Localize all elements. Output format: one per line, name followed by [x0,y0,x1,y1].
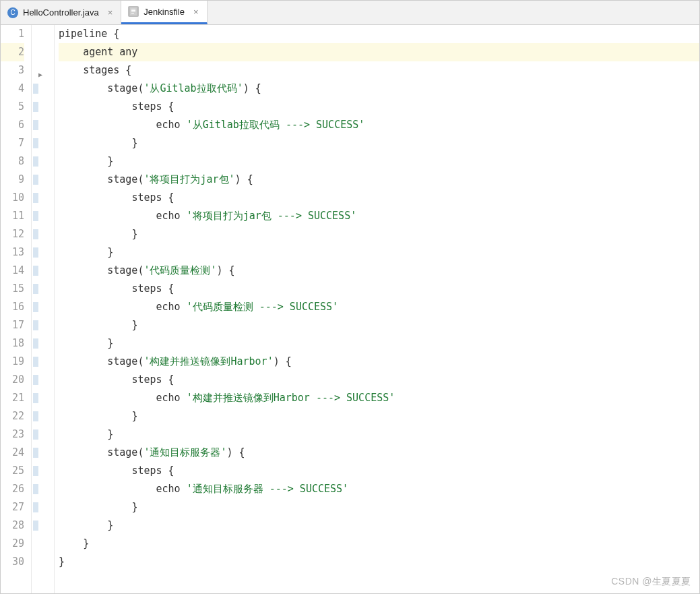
line-number: 19 [1,353,24,371]
fold-marker[interactable] [33,138,38,148]
line-number: 13 [1,243,24,262]
fold-marker[interactable] [33,466,38,476]
fold-marker[interactable] [33,357,38,367]
fold-marker[interactable] [33,175,38,185]
line-number: 12 [1,225,24,243]
line-number: 6 [1,116,24,134]
line-number: 1 [1,25,24,43]
fold-marker[interactable] [33,229,38,239]
fold-marker[interactable] [33,393,38,403]
fold-marker[interactable] [33,102,38,112]
line-number: 30 [1,553,24,571]
editor-tabs-bar: C HelloController.java × Jenkinsfile × [1,1,699,25]
line-number: 8 [1,152,24,171]
code-line[interactable]: echo '将项目打为jar包 ---> SUCCESS' [59,207,699,225]
svg-rect-3 [131,11,135,12]
line-number: 24 [1,444,24,462]
java-class-icon: C [7,7,18,18]
code-line[interactable]: } [59,134,699,152]
fold-marker[interactable] [33,84,38,94]
code-line[interactable]: stage('代码质量检测') { [59,262,699,280]
line-number: 14 [1,262,24,280]
fold-marker[interactable] [33,120,38,130]
code-line[interactable]: steps { [59,98,699,116]
tab-hellocontroller[interactable]: C HelloController.java × [1,1,121,24]
code-line[interactable]: stage('构建并推送镜像到Harbor') { [59,353,699,371]
fold-marker[interactable] [33,521,38,531]
code-line[interactable]: agent any [59,43,699,61]
code-line[interactable]: steps { [59,189,699,207]
code-line[interactable]: } [59,152,699,171]
fold-marker[interactable] [33,302,38,312]
code-line[interactable]: steps { [59,462,699,480]
code-line[interactable]: } [59,407,699,425]
code-editor: 1234567891011121314151617181920212223242… [1,25,699,593]
code-line[interactable]: } [59,498,699,516]
code-line[interactable]: echo '通知目标服务器 ---> SUCCESS' [59,480,699,498]
line-number: 28 [1,516,24,535]
line-number: 27 [1,498,24,516]
fold-marker[interactable] [33,247,38,258]
code-line[interactable]: echo '代码质量检测 ---> SUCCESS' [59,298,699,316]
fold-marker[interactable] [33,211,38,221]
line-number: 10 [1,189,24,207]
line-number: 22 [1,407,24,425]
line-number: 17 [1,316,24,334]
fold-marker[interactable] [33,338,38,349]
code-line[interactable]: pipeline { [59,25,699,43]
code-line[interactable]: } [59,334,699,353]
fold-marker[interactable] [33,448,38,458]
fold-marker[interactable] [33,320,38,330]
code-area[interactable]: pipeline { agent any stages { stage('从Gi… [55,25,699,593]
close-icon[interactable]: × [192,7,200,17]
tab-label: Jenkinsfile [144,7,185,17]
code-line[interactable]: } [59,425,699,444]
line-number: 2 [1,43,24,61]
code-line[interactable]: stage('从Gitlab拉取代码') { [59,80,699,98]
fold-marker[interactable] [33,375,38,385]
svg-rect-1 [131,9,135,9]
run-gutter-icon[interactable]: ▶ [38,65,42,84]
line-number: 26 [1,480,24,498]
code-line[interactable]: steps { [59,280,699,298]
fold-marker[interactable] [33,156,38,167]
fold-marker[interactable] [33,284,38,294]
line-number: 3 [1,61,24,80]
code-line[interactable]: } [59,225,699,243]
text-file-icon [128,6,139,17]
code-line[interactable]: } [59,535,699,553]
svg-rect-4 [131,13,134,13]
line-number: 21 [1,389,24,407]
code-line[interactable]: echo '构建并推送镜像到Harbor ---> SUCCESS' [59,389,699,407]
fold-marker[interactable] [33,502,38,512]
line-number: 29 [1,535,24,553]
code-line[interactable]: echo '从Gitlab拉取代码 ---> SUCCESS' [59,116,699,134]
line-number: 18 [1,334,24,353]
code-line[interactable]: } [59,516,699,535]
line-number: 16 [1,298,24,316]
svg-rect-2 [131,10,135,11]
code-line[interactable]: stage('将项目打为jar包') { [59,171,699,189]
line-number: 5 [1,98,24,116]
close-icon[interactable]: × [106,7,115,18]
code-line[interactable]: stages { [59,61,699,80]
code-line[interactable]: } [59,553,699,571]
line-number: 11 [1,207,24,225]
tab-label: HelloController.java [23,7,99,18]
code-line[interactable]: stage('通知目标服务器') { [59,444,699,462]
fold-marker[interactable] [33,411,38,421]
line-number: 9 [1,171,24,189]
fold-marker[interactable] [33,193,38,203]
tab-jenkinsfile[interactable]: Jenkinsfile × [121,1,207,24]
code-line[interactable]: steps { [59,371,699,389]
line-number: 15 [1,280,24,298]
fold-marker[interactable] [33,266,38,276]
line-number: 23 [1,425,24,444]
fold-column: ▶ [32,25,55,593]
code-line[interactable]: } [59,316,699,334]
line-number: 20 [1,371,24,389]
fold-marker[interactable] [33,484,38,494]
line-number: 7 [1,134,24,152]
code-line[interactable]: } [59,243,699,262]
fold-marker[interactable] [33,429,38,440]
